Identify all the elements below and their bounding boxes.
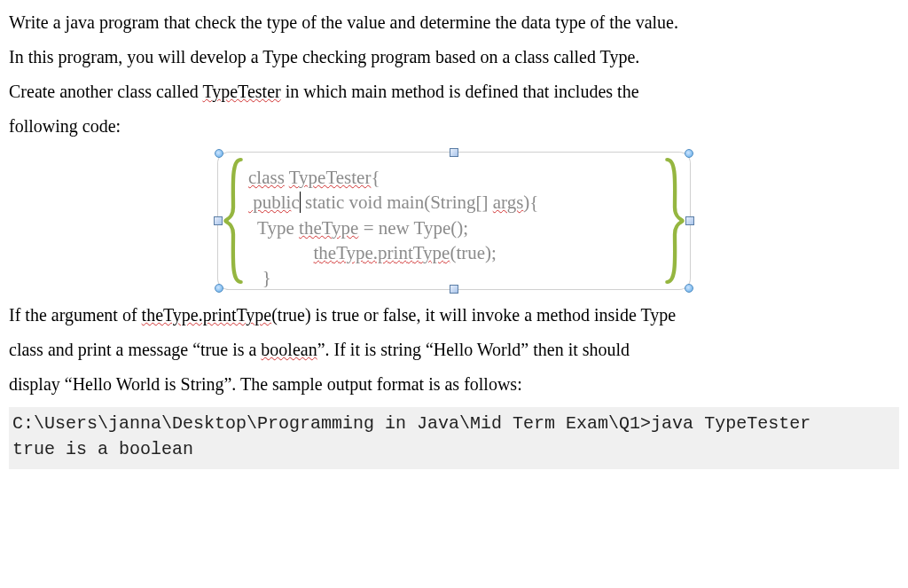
text: ”. If it is string “Hello World” then it… (317, 340, 630, 359)
intro-line-3: Create another class called TypeTester i… (9, 74, 899, 109)
right-brace-icon (663, 158, 686, 284)
after-line-3: display “Hello World is String”. The sam… (9, 367, 899, 402)
text: { (371, 167, 380, 188)
code-content: class TypeTester{ public static void mai… (248, 165, 660, 291)
after-line-2: class and print a message “true is a boo… (9, 333, 899, 367)
text-squiggly: boolean (261, 340, 317, 359)
text-squiggly: theType.printType (142, 305, 272, 325)
text: ){ (523, 192, 538, 213)
terminal-output: C:\Users\janna\Desktop\Programming in Ja… (9, 407, 899, 469)
text: Type (248, 217, 299, 239)
resize-handle-bottom-left[interactable] (215, 284, 223, 293)
document-body: Write a java program that check the type… (0, 0, 908, 487)
intro-line-4: following code: (9, 109, 899, 144)
text: Create another class called (9, 82, 202, 101)
code-line-3: Type theType = new Type(); (248, 216, 660, 240)
terminal-line: true is a boolean (12, 439, 193, 459)
text: class and print a message “true is a (9, 340, 261, 359)
text-squiggly: class (248, 167, 285, 188)
code-figure: class TypeTester{ public static void mai… (9, 153, 899, 289)
resize-handle-top[interactable] (450, 148, 458, 157)
text (248, 242, 314, 263)
code-line-1: class TypeTester{ (248, 165, 660, 190)
text: c (291, 192, 300, 213)
text-squiggly: theType.printType (314, 242, 450, 263)
text: = new Type(); (358, 217, 468, 239)
resize-handle-top-right[interactable] (685, 149, 693, 158)
intro-line-1: Write a java program that check the type… (9, 5, 899, 40)
resize-handle-top-left[interactable] (215, 149, 223, 158)
text: in which main method is defined that inc… (281, 82, 639, 101)
text-squiggly: TypeTester (202, 82, 280, 101)
code-line-5: } (248, 265, 660, 290)
code-box[interactable]: class TypeTester{ public static void mai… (218, 153, 690, 289)
intro-line-2: In this program, you will develop a Type… (9, 40, 899, 74)
code-line-4: theType.printType(true); (248, 240, 660, 265)
text-squiggly: publi (248, 192, 291, 213)
terminal-line: C:\Users\janna\Desktop\Programming in Ja… (12, 413, 810, 434)
text: static void main(String[] (301, 192, 493, 213)
left-brace-icon (222, 158, 245, 284)
text: Write a java program that check the type… (9, 12, 678, 32)
after-line-1: If the argument of theType.printType(tru… (9, 298, 899, 333)
text: If the argument of (9, 305, 142, 325)
text-squiggly: TypeTester (289, 167, 372, 188)
text-squiggly: theType (299, 217, 358, 239)
text-squiggly: args (493, 192, 524, 213)
resize-handle-right[interactable] (685, 216, 694, 225)
code-line-2: public static void main(String[] args){ (248, 190, 660, 215)
text: (true); (450, 242, 496, 263)
text: (true) is true or false, it will invoke … (271, 305, 676, 325)
resize-handle-bottom-right[interactable] (685, 284, 693, 293)
